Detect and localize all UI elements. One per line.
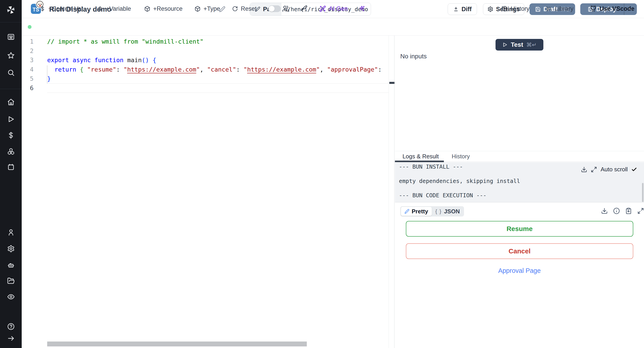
sidebar-item-favorites[interactable] bbox=[0, 52, 22, 59]
dollar-icon bbox=[7, 132, 15, 139]
no-inputs-label: No inputs bbox=[400, 53, 427, 60]
library-icon bbox=[546, 6, 552, 12]
indent-guide bbox=[47, 65, 48, 84]
json-tab[interactable]: { } JSON bbox=[432, 207, 464, 216]
help-icon bbox=[7, 323, 15, 330]
sidebar-item-audit[interactable] bbox=[0, 293, 22, 300]
download-result-icon[interactable] bbox=[601, 208, 608, 214]
history-button[interactable]: History bbox=[502, 0, 530, 18]
folder-open-icon bbox=[7, 277, 15, 285]
library-button[interactable]: Library bbox=[546, 0, 574, 18]
sidebar-item-home[interactable] bbox=[0, 98, 22, 106]
sidebar-item-variables[interactable] bbox=[0, 132, 22, 139]
tabs-top-border bbox=[395, 151, 644, 151]
package-icon bbox=[144, 6, 150, 12]
magic-wand-icon bbox=[319, 5, 326, 12]
paintbrush-icon bbox=[300, 5, 308, 12]
tabs-bottom-border bbox=[444, 162, 644, 162]
tab-logs-result[interactable]: Logs & Result bbox=[402, 153, 439, 160]
sidebar-item-workspace[interactable] bbox=[0, 33, 22, 41]
pen-icon bbox=[404, 209, 410, 214]
sidebar-item-search[interactable] bbox=[0, 69, 22, 76]
package-icon bbox=[194, 6, 200, 12]
sparkles-icon bbox=[358, 5, 365, 12]
resume-button[interactable]: Resume bbox=[406, 221, 633, 236]
info-icon[interactable] bbox=[613, 208, 620, 214]
code-line[interactable]: 4 return { "resume": "https://example.co… bbox=[22, 65, 389, 74]
gear-icon bbox=[488, 6, 493, 12]
home-icon bbox=[7, 98, 15, 106]
diff-button[interactable]: Diff bbox=[448, 3, 477, 15]
braces-icon: { } bbox=[435, 208, 442, 214]
add-resource-button[interactable]: +Resource bbox=[144, 0, 182, 18]
code-line[interactable]: 1// import * as wmill from "windmill-cli… bbox=[22, 37, 389, 46]
editor-toolbar bbox=[22, 18, 644, 36]
log-line: --- BUN CODE EXECUTION --- bbox=[399, 192, 486, 198]
diff-mode-toggle[interactable] bbox=[268, 0, 281, 18]
status-dot bbox=[28, 25, 32, 29]
user-icon bbox=[7, 228, 15, 236]
code-line[interactable]: 6 bbox=[22, 84, 389, 93]
arrow-right-icon bbox=[7, 334, 15, 342]
download-logs-icon[interactable] bbox=[581, 166, 587, 173]
reset-button[interactable]: Reset bbox=[232, 0, 257, 18]
add-type-button[interactable]: +Type bbox=[194, 0, 220, 18]
sidebar-item-collapse[interactable] bbox=[0, 334, 22, 342]
result-divider bbox=[395, 202, 644, 202]
toggle-switch[interactable] bbox=[268, 5, 281, 12]
ai-sparkles-button[interactable] bbox=[358, 0, 365, 18]
sidebar-item-help[interactable] bbox=[0, 323, 22, 330]
test-button[interactable]: Test ⌘↵ bbox=[496, 39, 544, 50]
code-line[interactable]: 3export async function main() { bbox=[22, 56, 389, 65]
editor-overview-cursor-marker bbox=[389, 82, 395, 84]
panel-divider[interactable] bbox=[394, 36, 394, 348]
calendar-icon bbox=[7, 163, 15, 171]
users-icon bbox=[282, 5, 289, 12]
result-actions bbox=[601, 208, 644, 214]
sidebar-item-settings[interactable] bbox=[0, 245, 22, 252]
add-context-var-button[interactable]: +Context Var bbox=[40, 0, 83, 18]
approval-page-link[interactable]: Approval Page bbox=[395, 267, 644, 274]
play-icon bbox=[502, 42, 508, 48]
gear-icon bbox=[7, 245, 15, 252]
code-line[interactable]: 2 bbox=[22, 46, 389, 56]
check-icon[interactable] bbox=[631, 166, 637, 172]
sidebar-item-folders[interactable] bbox=[0, 277, 22, 285]
dollar-icon bbox=[97, 6, 103, 12]
boxes-icon bbox=[7, 148, 15, 155]
log-line: empty dependencies, skipping install bbox=[399, 178, 520, 184]
eye-icon bbox=[7, 293, 15, 300]
pretty-tab[interactable]: Pretty bbox=[401, 207, 432, 216]
sidebar-item-schedules[interactable] bbox=[0, 163, 22, 171]
tab-history[interactable]: History bbox=[452, 153, 470, 160]
expand-result-icon[interactable] bbox=[637, 208, 644, 214]
use-vscode-button[interactable]: Use VScode bbox=[590, 0, 634, 18]
multiplayer-button[interactable] bbox=[282, 0, 289, 18]
star-icon bbox=[7, 52, 15, 59]
sidebar-item-runs[interactable] bbox=[0, 116, 22, 123]
test-shortcut: ⌘↵ bbox=[526, 42, 537, 48]
copy-clipboard-icon[interactable] bbox=[625, 208, 632, 214]
path-chip[interactable]: Path u/henri/rich_display_demo bbox=[250, 3, 371, 16]
cancel-button[interactable]: Cancel bbox=[406, 243, 633, 259]
ai-gen-button[interactable]: AI Gen bbox=[319, 0, 348, 18]
auto-scroll-label: Auto scroll bbox=[600, 166, 628, 173]
sidebar-item-workers[interactable] bbox=[0, 262, 22, 269]
active-tab-underline bbox=[395, 160, 444, 162]
add-variable-button[interactable]: +Variable bbox=[97, 0, 131, 18]
code-line[interactable]: 5} bbox=[22, 74, 389, 84]
sidebar-item-resources[interactable] bbox=[0, 148, 22, 155]
code-editor[interactable]: 1// import * as wmill from "windmill-cli… bbox=[22, 37, 389, 93]
robot-icon bbox=[7, 262, 15, 269]
editor-horizontal-scrollbar[interactable] bbox=[47, 342, 307, 346]
search-icon bbox=[7, 69, 15, 76]
diff-icon bbox=[453, 6, 459, 12]
sidebar-item-user[interactable] bbox=[0, 228, 22, 236]
windmill-logo[interactable] bbox=[6, 5, 16, 14]
format-button[interactable] bbox=[300, 0, 308, 18]
expand-logs-icon[interactable] bbox=[591, 166, 597, 173]
dollar-icon bbox=[40, 6, 46, 12]
sidebar-divider bbox=[0, 89, 22, 89]
reset-icon bbox=[232, 6, 238, 12]
log-scrollbar-thumb[interactable] bbox=[642, 183, 644, 202]
